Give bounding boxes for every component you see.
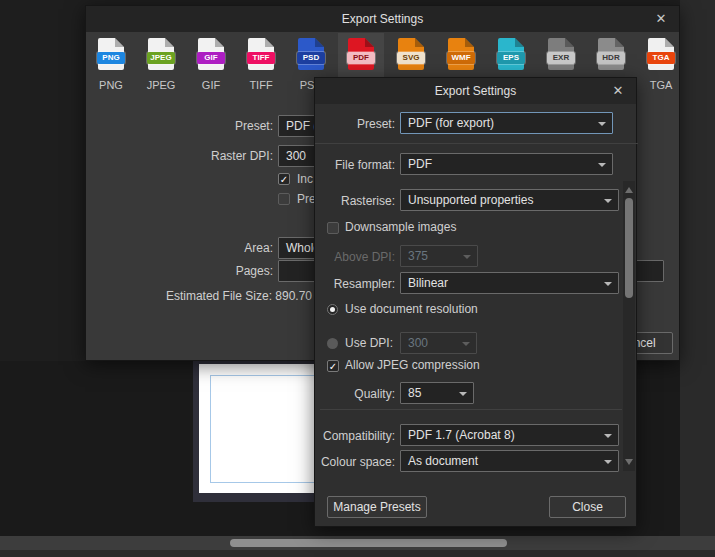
format-tab-png[interactable]: PNGPNG <box>88 33 134 91</box>
use-document-resolution-label: Use document resolution <box>345 302 478 316</box>
resampler-label: Resampler: <box>315 277 395 291</box>
above-dpi-label: Above DPI: <box>315 250 395 264</box>
scroll-down-icon[interactable] <box>625 459 633 465</box>
pdf-file-icon: PDF <box>348 38 374 70</box>
jpeg-file-icon: JPEG <box>148 38 174 70</box>
include-checkbox-label: Inc <box>297 172 313 186</box>
use-dpi-radio[interactable] <box>327 338 338 349</box>
compatibility-label: Compatibility: <box>315 429 395 443</box>
preset-label: Preset: <box>86 119 273 133</box>
close-icon[interactable]: ✕ <box>609 82 627 100</box>
colour-space-dropdown[interactable]: As document <box>400 450 619 472</box>
chevron-down-icon <box>604 199 612 203</box>
manage-presets-button[interactable]: Manage Presets <box>327 496 427 518</box>
rasterise-label: Rasterise: <box>315 194 395 208</box>
colour-space-label: Colour space: <box>315 455 395 469</box>
app-right-panel <box>680 0 715 536</box>
dialog-titlebar[interactable]: Export Settings ✕ <box>86 6 679 32</box>
chevron-down-icon <box>463 255 471 259</box>
wmf-file-icon: WMF <box>448 38 474 70</box>
svg-file-icon: SVG <box>398 38 424 70</box>
chevron-down-icon <box>604 460 612 464</box>
allow-jpeg-checkbox[interactable]: ✓ <box>327 360 339 372</box>
exr-file-icon: EXR <box>548 38 574 70</box>
downsample-label: Downsample images <box>345 220 456 234</box>
scroll-up-icon[interactable] <box>625 187 633 193</box>
hdr-file-icon: HDR <box>598 38 624 70</box>
file-format-label: File format: <box>315 158 395 172</box>
compatibility-dropdown[interactable]: PDF 1.7 (Acrobat 8) <box>400 424 619 446</box>
tga-file-icon: TGA <box>648 38 674 70</box>
modal-title: Export Settings <box>315 84 636 98</box>
eps-file-icon: EPS <box>498 38 524 70</box>
png-file-icon: PNG <box>98 38 124 70</box>
close-button[interactable]: Close <box>549 496 626 518</box>
format-tab-tga[interactable]: TGATGA <box>638 33 684 91</box>
chevron-down-icon <box>604 282 612 286</box>
allow-jpeg-label: Allow JPEG compression <box>345 358 480 372</box>
chevron-down-icon <box>459 392 467 396</box>
preset-dropdown[interactable]: PDF (for export) <box>400 112 613 134</box>
divider <box>315 143 638 144</box>
tiff-file-icon: TIFF <box>248 38 274 70</box>
chevron-down-icon <box>462 342 470 346</box>
vertical-scrollbar-track[interactable] <box>623 181 635 471</box>
downsample-checkbox[interactable] <box>327 222 339 234</box>
divider <box>320 409 622 410</box>
area-label: Area: <box>86 241 273 255</box>
include-checkbox[interactable]: ✓ <box>278 173 290 185</box>
vertical-scrollbar-thumb[interactable] <box>625 198 633 298</box>
export-settings-modal: Export Settings ✕ Preset: PDF (for expor… <box>314 77 637 527</box>
app-bottom-strip <box>0 550 715 557</box>
close-icon[interactable]: ✕ <box>652 10 670 28</box>
pages-label: Pages: <box>86 264 273 278</box>
preview-checkbox[interactable] <box>278 193 290 205</box>
preview-checkbox-label: Pre <box>297 192 316 206</box>
quality-dropdown[interactable]: 85 <box>400 382 474 404</box>
dialog-title: Export Settings <box>86 12 679 26</box>
chevron-down-icon <box>604 434 612 438</box>
psd-file-icon: PSD <box>298 38 324 70</box>
gif-file-icon: GIF <box>198 38 224 70</box>
horizontal-scrollbar-thumb[interactable] <box>230 539 507 547</box>
use-dpi-label: Use DPI: <box>345 336 393 350</box>
format-tab-gif[interactable]: GIFGIF <box>188 33 234 91</box>
chevron-down-icon <box>598 122 606 126</box>
use-dpi-dropdown: 300 <box>400 332 477 354</box>
format-tab-jpeg[interactable]: JPEGJPEG <box>138 33 184 91</box>
preset-label: Preset: <box>315 117 395 131</box>
resampler-dropdown[interactable]: Bilinear <box>400 272 619 294</box>
file-format-dropdown[interactable]: PDF <box>400 153 613 175</box>
use-document-resolution-radio[interactable] <box>327 304 338 315</box>
format-tab-tiff[interactable]: TIFFTIFF <box>238 33 284 91</box>
quality-label: Quality: <box>315 387 395 401</box>
modal-titlebar[interactable]: Export Settings ✕ <box>315 78 636 104</box>
chevron-down-icon <box>598 163 606 167</box>
above-dpi-dropdown: 375 <box>400 245 478 267</box>
raster-dpi-label: Raster DPI: <box>86 149 273 163</box>
rasterise-dropdown[interactable]: Unsupported properties <box>400 189 619 211</box>
estimated-file-size: Estimated File Size: 890.70 <box>86 289 312 303</box>
